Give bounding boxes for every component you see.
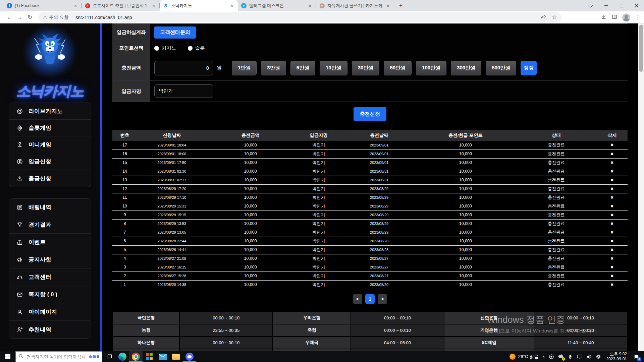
sidebar-item-withdraw[interactable]: 출금신청 <box>9 170 91 187</box>
tab-close-icon[interactable]: × <box>385 3 391 8</box>
taskbar-app-store[interactable] <box>143 351 156 362</box>
radio-slot-circle[interactable] <box>188 46 193 51</box>
scrollbar-thumb[interactable] <box>639 25 643 72</box>
notification-center-icon[interactable]: 4 <box>631 351 642 362</box>
browser-tab[interactable]: ✽자유게시판 글쓰기 | 카지노커뮤× <box>316 0 394 11</box>
tray-expand-icon[interactable]: ∧ <box>542 355 545 359</box>
side-panel-icon[interactable] <box>611 14 618 21</box>
download-icon[interactable] <box>601 14 607 21</box>
radio-casino-circle[interactable] <box>154 46 159 51</box>
taskbar-app-task-view[interactable] <box>102 351 116 362</box>
cloud-warning-icon[interactable]: ! <box>558 354 564 360</box>
taskbar-search[interactable] <box>15 351 102 362</box>
taskbar-app-mail[interactable] <box>156 351 169 362</box>
delete-row-icon[interactable]: ✖ <box>597 280 628 289</box>
tab-close-icon[interactable]: × <box>151 3 156 8</box>
close-button[interactable] <box>629 0 644 11</box>
delete-row-icon[interactable]: ✖ <box>597 202 628 210</box>
delete-row-icon[interactable]: ✖ <box>597 141 628 149</box>
delete-row-icon[interactable]: ✖ <box>597 245 628 254</box>
mic-icon[interactable] <box>568 354 573 360</box>
amount-button[interactable]: 300만원 <box>451 61 481 75</box>
profile-avatar[interactable] <box>622 13 630 21</box>
delete-row-icon[interactable]: ✖ <box>597 158 628 167</box>
charge-request-button[interactable]: 충전신청 <box>354 107 386 121</box>
amount-button[interactable]: 500만원 <box>486 61 516 75</box>
delete-row-icon[interactable]: ✖ <box>597 176 628 184</box>
sidebar-item-deposit[interactable]: 입금신청 <box>9 153 91 170</box>
delete-row-icon[interactable]: ✖ <box>597 254 628 263</box>
amount-button[interactable]: 1만원 <box>232 61 257 75</box>
new-tab-button[interactable]: + <box>396 1 406 10</box>
tab-search-icon[interactable] <box>584 0 599 11</box>
amount-button[interactable]: 5만원 <box>290 61 315 75</box>
browser-tab[interactable]: ➤텔레그램 데스크톱× <box>238 0 316 11</box>
forward-icon[interactable]: → <box>15 12 25 22</box>
delete-row-icon[interactable]: ✖ <box>597 263 628 272</box>
delete-row-icon[interactable]: ✖ <box>597 272 628 280</box>
maximize-button[interactable] <box>614 0 629 11</box>
sidebar-item-betting-history[interactable]: 배팅내역 <box>9 199 91 216</box>
sidebar-item-support[interactable]: 고객센터 <box>9 268 91 286</box>
browser-tab[interactable]: f(1) Facebook× <box>3 0 82 11</box>
taskbar-app-edge[interactable] <box>116 351 129 362</box>
delete-row-icon[interactable]: ✖ <box>597 219 628 228</box>
delete-row-icon[interactable]: ✖ <box>597 237 628 245</box>
bookmark-star-icon[interactable]: ☆ <box>552 14 557 21</box>
tab-close-icon[interactable]: × <box>307 3 313 8</box>
taskbar-search-input[interactable] <box>26 354 87 360</box>
security-label[interactable]: 주의 요함 <box>49 14 69 20</box>
sidebar-item-minigame[interactable]: 미니게임 <box>9 136 91 153</box>
tab-close-icon[interactable]: × <box>73 3 78 8</box>
sidebar-item-event[interactable]: 이벤트 <box>9 234 91 251</box>
delete-row-icon[interactable]: ✖ <box>597 149 628 158</box>
sidebar-item-live-casino[interactable]: 라이브카지노 <box>9 103 91 120</box>
delete-row-icon[interactable]: ✖ <box>597 184 628 193</box>
remove-hardware-icon[interactable] <box>596 354 601 360</box>
contact-support-button[interactable]: 고객센터문의 <box>154 26 196 39</box>
reset-button[interactable]: 정정 <box>521 61 537 75</box>
taskbar-app-explorer[interactable] <box>169 351 183 362</box>
volume-icon[interactable] <box>586 354 592 360</box>
tab-close-icon[interactable]: × <box>229 3 234 8</box>
share-icon[interactable] <box>541 14 546 21</box>
radio-casino[interactable]: 카지노 <box>154 45 176 51</box>
delete-row-icon[interactable]: ✖ <box>597 228 628 237</box>
sidebar-item-mypage[interactable]: 마이페이지 <box>9 303 91 321</box>
browser-tab[interactable]: S소닉카지노× <box>160 0 238 11</box>
sidebar-item-results[interactable]: 경기결과 <box>9 216 91 234</box>
pagination-next-icon[interactable]: > <box>378 294 387 304</box>
taskbar-weather[interactable]: 29°C 맑음 <box>509 354 539 360</box>
amount-button[interactable]: 10만원 <box>320 61 347 75</box>
taskbar-app-chrome[interactable] <box>129 351 143 362</box>
depositor-name-input[interactable] <box>154 84 213 98</box>
taskbar-app-discord[interactable] <box>183 351 196 362</box>
address-bar[interactable]: ⚠ 주의 요함 snc-1111.com/cash_01.asp ☆ <box>38 12 561 22</box>
taskbar-clock[interactable]: 오후 9:02 2023-09-01 <box>606 352 627 362</box>
amount-button[interactable]: 30만원 <box>352 61 380 75</box>
display-icon[interactable] <box>577 354 583 360</box>
browser-tab[interactable]: ●토토사이트 추천 | 보증업체 1 페× <box>82 0 160 11</box>
sidebar-item-message[interactable]: 쪽지함 ( 0 ) <box>9 286 91 303</box>
reload-icon[interactable]: ↻ <box>25 12 35 22</box>
amount-button[interactable]: 100만원 <box>416 61 446 75</box>
minimize-button[interactable] <box>599 0 614 11</box>
pagination-prev-icon[interactable]: < <box>353 294 362 304</box>
sonic-logo[interactable]: 소닉카지노 <box>0 23 100 103</box>
radio-slot[interactable]: 슬롯 <box>188 45 205 51</box>
amount-button[interactable]: 3만원 <box>261 61 286 75</box>
start-button[interactable] <box>0 351 15 362</box>
sidebar-item-referral[interactable]: 추천내역 <box>9 321 91 338</box>
delete-row-icon[interactable]: ✖ <box>597 167 628 176</box>
delete-row-icon[interactable]: ✖ <box>597 210 628 219</box>
sidebar-item-notice[interactable]: 공지사항 <box>9 251 91 268</box>
amount-button[interactable]: 50만원 <box>384 61 412 75</box>
sidebar-item-slot[interactable]: 슬롯게임 <box>9 120 91 136</box>
back-icon[interactable]: ← <box>5 12 15 22</box>
delete-row-icon[interactable]: ✖ <box>597 193 628 202</box>
ime-icon[interactable] <box>549 354 554 360</box>
page-scrollbar[interactable] <box>638 23 644 351</box>
url-text[interactable]: snc-1111.com/cash_01.asp <box>75 15 132 20</box>
amount-input[interactable] <box>154 61 213 75</box>
pagination-page-1[interactable]: 1 <box>365 294 375 304</box>
